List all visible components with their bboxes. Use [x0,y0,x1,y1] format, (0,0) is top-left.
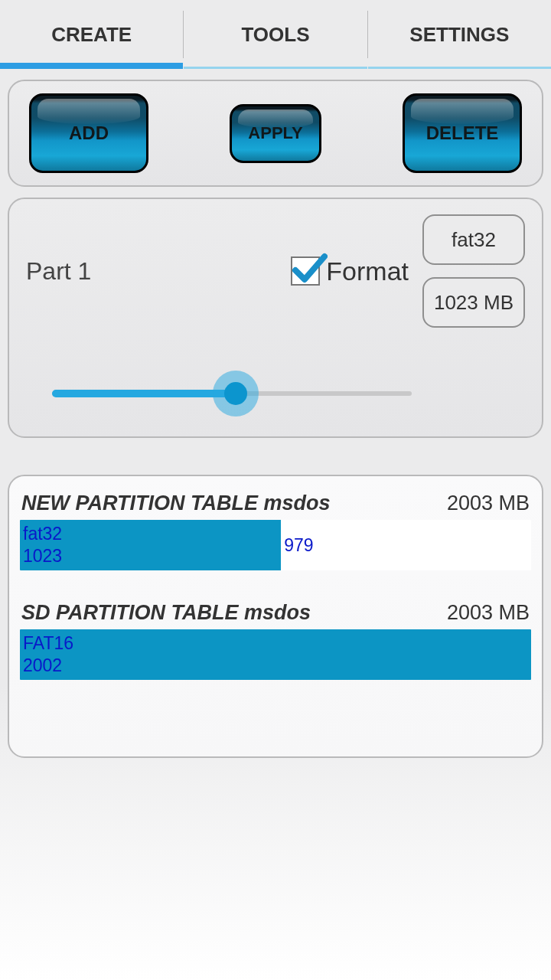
partition-segment[interactable]: 979 [281,520,531,570]
table-header: NEW PARTITION TABLE msdos 2003 MB [20,492,531,520]
apply-button[interactable]: APPLY [230,104,321,163]
segment-fs: FAT16 [23,632,528,655]
delete-button[interactable]: DELETE [403,93,522,173]
size-selector[interactable]: 1023 MB [422,277,525,328]
table-total: 2003 MB [447,601,530,625]
slider-fill [52,390,236,397]
segment-size: 1023 [23,545,278,567]
format-checkbox[interactable] [291,256,320,286]
filesystem-value: fat32 [452,228,496,252]
filesystem-selector[interactable]: fat32 [422,214,525,265]
delete-button-label: DELETE [426,122,499,144]
partition-title: Part 1 [26,257,91,286]
tab-settings-label: SETTINGS [409,23,509,47]
tab-bar: CREATE TOOLS SETTINGS [0,0,551,69]
action-row: ADD APPLY DELETE [23,90,528,176]
tab-tools[interactable]: TOOLS [184,0,367,69]
format-wrap: Format [291,256,409,286]
new-partition-table: NEW PARTITION TABLE msdos 2003 MB fat321… [20,492,531,570]
partition-segment[interactable]: fat321023 [20,520,281,570]
tab-create-label: CREATE [51,23,132,47]
tab-tools-label: TOOLS [241,23,309,47]
add-button-label: ADD [69,122,109,144]
size-value: 1023 MB [434,291,514,315]
table-title: SD PARTITION TABLE msdos [21,601,311,625]
tab-create[interactable]: CREATE [0,0,183,69]
format-label: Format [326,256,409,286]
tab-settings[interactable]: SETTINGS [368,0,551,69]
add-button[interactable]: ADD [29,93,148,173]
partition-tables-panel: NEW PARTITION TABLE msdos 2003 MB fat321… [8,475,543,758]
apply-button-label: APPLY [248,123,302,143]
slider-thumb[interactable] [213,371,259,416]
checkmark-icon [291,250,328,287]
size-slider[interactable] [26,375,525,413]
partition-bar[interactable]: FAT162002 [20,629,531,680]
partition-segment[interactable]: FAT162002 [20,629,531,680]
partition-config-panel: Part 1 Format fat32 1023 MB [8,198,543,438]
partition-row: Part 1 Format fat32 1023 MB [26,214,525,328]
pill-column: fat32 1023 MB [422,214,525,328]
table-total: 2003 MB [447,492,530,515]
table-header: SD PARTITION TABLE msdos 2003 MB [20,601,531,629]
table-title: NEW PARTITION TABLE msdos [21,492,331,515]
segment-size: 979 [284,534,528,557]
segment-fs: fat32 [23,523,278,545]
action-panel: ADD APPLY DELETE [8,80,543,187]
segment-size: 2002 [23,655,528,677]
sd-partition-table: SD PARTITION TABLE msdos 2003 MB FAT1620… [20,601,531,680]
partition-bar[interactable]: fat321023979 [20,520,531,570]
